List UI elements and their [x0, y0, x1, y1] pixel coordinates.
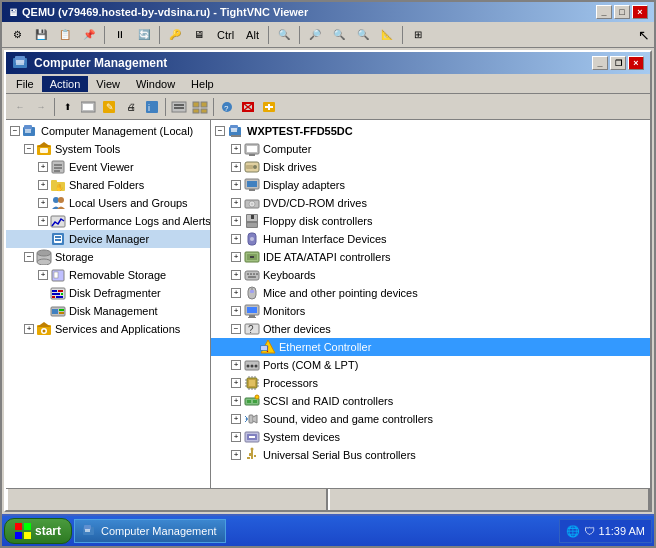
cm-tb-btn4[interactable]: 🖨: [121, 97, 141, 117]
cm-tb-btn3[interactable]: ✎: [100, 97, 120, 117]
expand-right-system-dev[interactable]: +: [231, 432, 241, 442]
vnc-tb-btn-8[interactable]: 🖥: [188, 25, 210, 45]
expand-right-hid[interactable]: +: [231, 234, 241, 244]
tree-item-disk-mgmt[interactable]: Disk Management: [6, 302, 210, 320]
right-tree-hid[interactable]: + Human Interface Devices: [211, 230, 650, 248]
right-panel[interactable]: − WXPTEST-FFD55DC +: [211, 120, 650, 488]
expand-right-ide[interactable]: +: [231, 252, 241, 262]
tree-item-local-users[interactable]: + Local Users and Groups: [6, 194, 210, 212]
cm-minimize-btn[interactable]: _: [592, 56, 608, 70]
left-panel[interactable]: − Computer Management (Local) −: [6, 120, 211, 488]
right-tree-root[interactable]: − WXPTEST-FFD55DC: [211, 122, 650, 140]
expand-right-scsi[interactable]: +: [231, 396, 241, 406]
expand-right-root[interactable]: −: [215, 126, 225, 136]
expand-right-sound[interactable]: +: [231, 414, 241, 424]
right-tree-other[interactable]: − ? Other devices: [211, 320, 650, 338]
right-tree-dvd[interactable]: + DVD/CD-ROM drives: [211, 194, 650, 212]
cm-restore-btn[interactable]: ❐: [610, 56, 626, 70]
expand-right-ports[interactable]: +: [231, 360, 241, 370]
tree-item-shared-folders[interactable]: + ✋ Shared Folders: [6, 176, 210, 194]
vnc-tb-btn-10[interactable]: 🔎: [304, 25, 326, 45]
right-tree-display[interactable]: + Display adapters: [211, 176, 650, 194]
expand-services[interactable]: +: [24, 324, 34, 334]
expand-local-users[interactable]: +: [38, 198, 48, 208]
expand-system-tools[interactable]: −: [24, 144, 34, 154]
menu-window[interactable]: Window: [128, 76, 183, 92]
expand-right-mice[interactable]: +: [231, 288, 241, 298]
expand-right-keyboards[interactable]: +: [231, 270, 241, 280]
expand-right-floppy[interactable]: +: [231, 216, 241, 226]
vnc-minimize-btn[interactable]: _: [596, 5, 612, 19]
expand-right-disk-drives[interactable]: +: [231, 162, 241, 172]
menu-file[interactable]: File: [8, 76, 42, 92]
right-tree-scsi[interactable]: + SCSI and RAID controllers: [211, 392, 650, 410]
tree-item-defrag[interactable]: Disk Defragmenter: [6, 284, 210, 302]
right-tree-usb[interactable]: + Universal Serial Bus controllers: [211, 446, 650, 464]
cm-tb-btn9[interactable]: [238, 97, 258, 117]
vnc-tb-btn-12[interactable]: 🔍: [352, 25, 374, 45]
expand-right-processors[interactable]: +: [231, 378, 241, 388]
vnc-tb-btn-1[interactable]: ⚙: [6, 25, 28, 45]
tree-item-services[interactable]: + Services and Applications: [6, 320, 210, 338]
cm-close-btn[interactable]: ×: [628, 56, 644, 70]
cm-tb-btn7[interactable]: [190, 97, 210, 117]
tree-item-perf-logs[interactable]: + Performance Logs and Alerts: [6, 212, 210, 230]
menu-action[interactable]: Action: [42, 76, 89, 92]
expand-removable[interactable]: +: [38, 270, 48, 280]
expand-right-display[interactable]: +: [231, 180, 241, 190]
start-button[interactable]: start: [4, 518, 72, 544]
cm-tb-btn10[interactable]: [259, 97, 279, 117]
cm-tb-btn6[interactable]: [169, 97, 189, 117]
cm-tb-back[interactable]: ←: [10, 97, 30, 117]
vnc-tb-btn-14[interactable]: ⊞: [407, 25, 429, 45]
vnc-tb-btn-3[interactable]: 📋: [54, 25, 76, 45]
expand-right-computer[interactable]: +: [231, 144, 241, 154]
vnc-tb-btn-4[interactable]: 📌: [78, 25, 100, 45]
tray-icon-network[interactable]: 🌐: [566, 525, 580, 538]
right-tree-mice[interactable]: + Mice and other pointing devices: [211, 284, 650, 302]
vnc-maximize-btn[interactable]: □: [614, 5, 630, 19]
vnc-tb-btn-11[interactable]: 🔍: [328, 25, 350, 45]
right-tree-monitors[interactable]: + Monitors: [211, 302, 650, 320]
menu-help[interactable]: Help: [183, 76, 222, 92]
vnc-tb-btn-2[interactable]: 💾: [30, 25, 52, 45]
taskbar-cm-item[interactable]: Computer Management: [74, 519, 226, 543]
vnc-tb-btn-6[interactable]: 🔄: [133, 25, 155, 45]
tree-item-storage[interactable]: − Storage: [6, 248, 210, 266]
expand-right-monitors[interactable]: +: [231, 306, 241, 316]
vnc-tb-btn-13[interactable]: 📐: [376, 25, 398, 45]
vnc-tb-btn-7[interactable]: 🔑: [164, 25, 186, 45]
right-tree-floppy[interactable]: + Floppy disk controllers: [211, 212, 650, 230]
expand-cm-local[interactable]: −: [10, 126, 20, 136]
expand-event-viewer[interactable]: +: [38, 162, 48, 172]
expand-perf-logs[interactable]: +: [38, 216, 48, 226]
tree-item-event-viewer[interactable]: + Event Viewer: [6, 158, 210, 176]
right-tree-system-dev[interactable]: + System devices: [211, 428, 650, 446]
menu-view[interactable]: View: [88, 76, 128, 92]
tree-item-removable[interactable]: + Removable Storage: [6, 266, 210, 284]
right-tree-sound[interactable]: + Sound, video and game controllers: [211, 410, 650, 428]
cm-tb-btn2[interactable]: [79, 97, 99, 117]
vnc-alt-btn[interactable]: Alt: [241, 26, 264, 44]
right-tree-ports[interactable]: + Ports (COM & LPT): [211, 356, 650, 374]
vnc-tb-btn-9[interactable]: 🔍: [273, 25, 295, 45]
cm-tb-up[interactable]: ⬆: [58, 97, 78, 117]
expand-storage[interactable]: −: [24, 252, 34, 262]
cm-tb-forward[interactable]: →: [31, 97, 51, 117]
tray-icon-security[interactable]: 🛡: [584, 525, 595, 537]
expand-right-other[interactable]: −: [231, 324, 241, 334]
expand-right-dvd[interactable]: +: [231, 198, 241, 208]
right-tree-ide[interactable]: + IDE ATA/ATAPI controllers: [211, 248, 650, 266]
expand-right-usb[interactable]: +: [231, 450, 241, 460]
right-tree-keyboards[interactable]: + Keyboards: [211, 266, 650, 284]
right-tree-ethernet[interactable]: ! Ethernet Controller: [211, 338, 650, 356]
vnc-close-btn[interactable]: ×: [632, 5, 648, 19]
cm-tb-btn5[interactable]: i: [142, 97, 162, 117]
tree-item-system-tools[interactable]: − System Tools: [6, 140, 210, 158]
vnc-tb-btn-5[interactable]: ⏸: [109, 25, 131, 45]
vnc-ctrl-btn[interactable]: Ctrl: [212, 26, 239, 44]
right-tree-computer[interactable]: + Computer: [211, 140, 650, 158]
tree-item-device-manager[interactable]: Device Manager: [6, 230, 210, 248]
expand-shared-folders[interactable]: +: [38, 180, 48, 190]
tree-item-cm-local[interactable]: − Computer Management (Local): [6, 122, 210, 140]
